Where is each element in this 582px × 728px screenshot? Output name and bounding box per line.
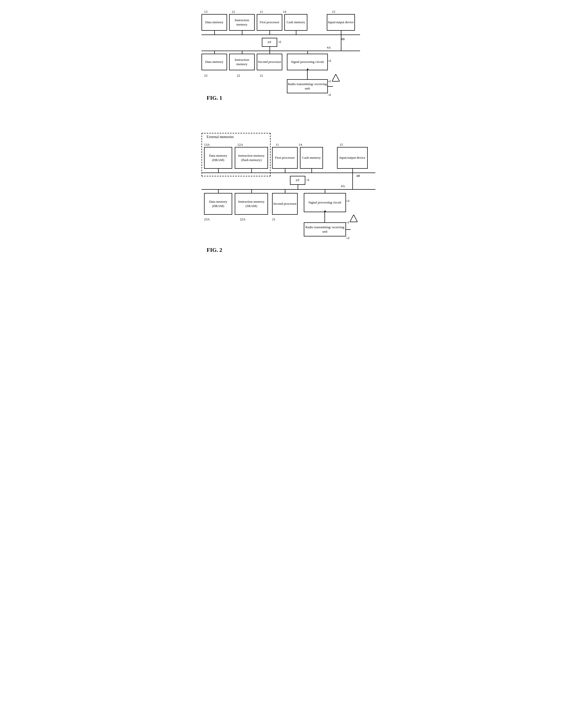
label-12: 12 — [232, 10, 235, 14]
figure-2: External memories 13A 12A 11 14 15 Data … — [202, 130, 380, 279]
instruction-memory-top-fig2: Instruction memory (flash memory) — [235, 147, 268, 169]
label-15-fig2: 15 — [339, 142, 343, 147]
antenna-fig2 — [350, 215, 357, 223]
data-memory-top: Data memory — [202, 14, 227, 31]
label-21-fig2: 21 — [272, 217, 275, 222]
radio-unit-fig2: Radio transmitting/ receiving unit — [304, 223, 346, 236]
svg-marker-1 — [350, 215, 357, 222]
label-4B-fig2: 4B — [356, 174, 360, 178]
instruction-memory-bot-fig2: Instruction memory (SRAM) — [235, 193, 268, 215]
double-arrow-signal — [307, 70, 308, 79]
first-processor: First processor — [257, 14, 282, 31]
cash-memory-top-fig2: Cash memory — [300, 147, 323, 169]
label-22: 22 — [237, 74, 240, 78]
data-memory-bot: Data memory — [202, 54, 227, 70]
data-memory-top-fig2: Data memory (DRAM) — [204, 147, 232, 169]
label-14-fig2: 14 — [299, 142, 302, 147]
io-device-top-fig2: Input/output device — [337, 147, 368, 169]
label-13A: 13A — [204, 142, 210, 147]
if-box-fig2: I/F — [290, 176, 305, 185]
signal-processing-fig2: Signal processing circuit — [304, 193, 346, 212]
cash-memory-top: Cash memory — [284, 14, 307, 31]
figure-1: 13 12 11 14 15 Data memory Instruction m… — [202, 8, 380, 115]
label-11: 11 — [260, 10, 263, 14]
if-box: I/F — [262, 38, 277, 47]
first-processor-fig2: First processor — [272, 147, 298, 169]
fig1-label: FIG. 1 — [207, 95, 222, 101]
instruction-memory-top: Instruction memory — [229, 14, 255, 31]
label-22A: 22A — [240, 217, 246, 222]
label-23A: 23A — [204, 217, 210, 222]
instruction-memory-bot: Instruction memory — [229, 54, 255, 70]
label-11-fig2: 11 — [276, 142, 279, 147]
label-15: 15 — [332, 10, 335, 14]
second-processor: Second processor — [257, 54, 282, 70]
antenna-fig1 — [332, 74, 339, 82]
label-14: 14 — [283, 10, 286, 14]
fig1-diagram: 13 12 11 14 15 Data memory Instruction m… — [202, 8, 380, 115]
signal-processing: Signal processing circuit — [287, 54, 328, 70]
label-4A-fig1: 4A — [327, 46, 331, 50]
ext-mem-label: External memories — [207, 135, 234, 139]
fig2-label: FIG. 2 — [207, 247, 222, 253]
label-23: 23 — [204, 74, 207, 78]
label-12A: 12A — [237, 142, 243, 147]
io-device-top: Input/output device — [327, 14, 355, 31]
second-processor-fig2: Second processor — [272, 193, 298, 215]
radio-unit: Radio transmitting/ receiving unit — [287, 79, 328, 93]
label-13: 13 — [204, 10, 207, 14]
fig2-diagram: External memories 13A 12A 11 14 15 Data … — [202, 130, 380, 279]
label-4B-fig1: 4B — [341, 37, 345, 41]
double-arrow-signal-fig2 — [325, 212, 325, 223]
svg-marker-0 — [332, 74, 339, 81]
label-21: 21 — [260, 74, 263, 78]
label-4A-fig2: 4A — [341, 184, 345, 188]
data-memory-bot-fig2: Data memory (DRAM) — [204, 193, 232, 215]
